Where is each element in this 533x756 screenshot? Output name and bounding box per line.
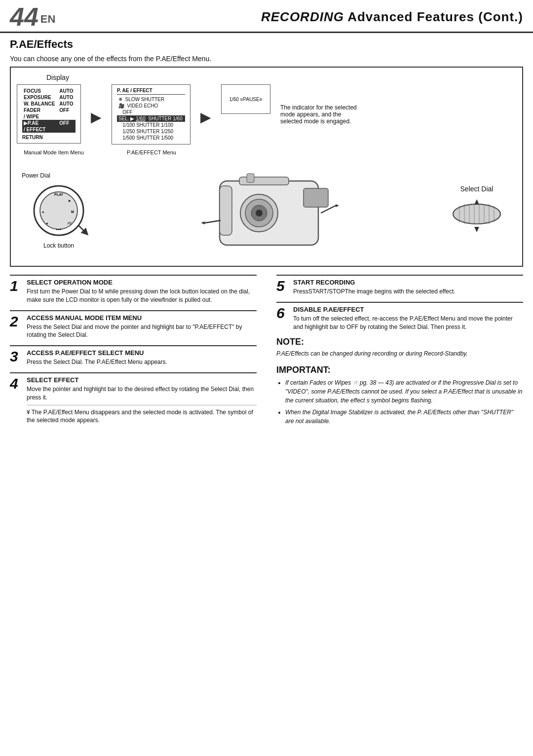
select-dial-icon — [450, 197, 504, 236]
important-list: If certain Fades or Wipes ☞ pg. 38 — 43)… — [276, 378, 523, 426]
return-label: RETURN — [22, 135, 76, 140]
note-title: NOTE: — [276, 337, 523, 347]
steps-section: 1 SELECT OPERATION MODE First turn the P… — [0, 275, 533, 431]
table-row-highlight: ▶P.AEOFF — [22, 120, 76, 126]
note-body: P.AE/Effects can be changed during recor… — [276, 349, 523, 358]
table-row: EXPOSUREAUTO — [22, 94, 76, 101]
step-content-1: SELECT OPERATION MODE First turn the Pow… — [27, 279, 257, 304]
pae-menu-screen: P. AE / EFFECT ❄ SLOW SHUTTER 🎥 VIDEO EC… — [112, 84, 190, 144]
step-content-6: DISABLE P.AE/EFFECT To turn off the sele… — [293, 306, 523, 331]
arrow-right-icon-2: ▶ — [200, 104, 211, 125]
viewfinder-text: 1/60 ≡PAUSE≡ — [229, 97, 262, 102]
step-number-2: 2 — [10, 314, 24, 329]
step-content-4: SELECT EFFECT Move the pointer and highl… — [27, 376, 257, 425]
note-section: NOTE: P.AE/Effects can be changed during… — [276, 337, 523, 358]
step-content-2: ACCESS MANUAL MODE ITEM MENU Press the S… — [27, 314, 257, 340]
step-1: 1 SELECT OPERATION MODE First turn the P… — [10, 275, 257, 304]
select-dial-area: Select Dial — [437, 185, 516, 236]
step-content-5: START RECORDING PressSTART/STOPThe image… — [293, 279, 523, 296]
step-content-3: ACCESS P.AE/EFFECT SELECT MENU Press the… — [27, 349, 257, 366]
page-header: 44 EN RECORDING Advanced Features (Cont.… — [0, 0, 533, 33]
screens-row: FOCUSAUTO EXPOSUREAUTO W. BALANCEAUTO FA… — [17, 84, 516, 144]
diagram-box: Display FOCUSAUTO EXPOSUREAUTO W. BALANC… — [10, 67, 523, 267]
step-number-3: 3 — [10, 349, 24, 364]
menu-item: 1/250 SHUTTER 1/250 — [117, 128, 185, 135]
step-title-4: SELECT EFFECT — [27, 376, 257, 384]
power-dial-icon: PLAY ▶ M #S ●●● ● ● — [29, 181, 88, 240]
step-title-5: START RECORDING — [293, 279, 523, 286]
svg-rect-16 — [247, 174, 254, 182]
steps-left-col: 1 SELECT OPERATION MODE First turn the P… — [10, 275, 266, 431]
table-row: W. BALANCEAUTO — [22, 101, 76, 107]
menu-item: OFF — [117, 109, 185, 115]
step-3: 3 ACCESS P.AE/EFFECT SELECT MENU Press t… — [10, 345, 257, 366]
svg-text:●: ● — [42, 210, 44, 214]
pae-menu-label: P.AE/EFFECT Menu — [119, 149, 184, 155]
svg-text:M: M — [71, 210, 74, 214]
display-label: Display — [46, 73, 516, 81]
header-title: RECORDING Advanced Features (Cont.) — [65, 9, 523, 25]
step-number-1: 1 — [10, 279, 24, 293]
svg-marker-30 — [474, 199, 479, 205]
select-dial-label: Select Dial — [460, 185, 494, 193]
header-advanced: Advanced Features (Cont.) — [347, 9, 523, 24]
power-dial-area: Power Dial PLAY ▶ M #S ●●● ● ● — [17, 172, 101, 249]
svg-text:●●●: ●●● — [56, 228, 62, 231]
mode-description: The indicator for the selected mode appe… — [280, 104, 359, 125]
important-title: IMPORTANT: — [276, 365, 523, 375]
menu-item: 1/100 SHUTTER 1/100 — [117, 122, 185, 128]
camera-body — [101, 161, 437, 260]
step-body-1: First turn the Power Dial to M while pre… — [27, 288, 257, 304]
svg-point-13 — [256, 210, 263, 216]
viewfinder-screen: 1/60 ≡PAUSE≡ — [221, 84, 270, 114]
menu-item: 1/500 SHUTTER 1/500 — [117, 135, 185, 141]
steps-right-col: 5 START RECORDING PressSTART/STOPThe ima… — [266, 275, 523, 431]
step-title-2: ACCESS MANUAL MODE ITEM MENU — [27, 314, 257, 322]
step-4: 4 SELECT EFFECT Move the pointer and hig… — [10, 372, 257, 425]
svg-text:#S: #S — [68, 221, 72, 225]
step-title-1: SELECT OPERATION MODE — [27, 279, 257, 286]
step-number-6: 6 — [276, 306, 290, 321]
step-body-6: To turn off the selected effect, re-acce… — [293, 315, 523, 331]
camera-icon — [190, 161, 348, 260]
page-number-suffix: EN — [40, 13, 56, 26]
svg-text:●: ● — [46, 221, 48, 225]
manual-menu-screen: FOCUSAUTO EXPOSUREAUTO W. BALANCEAUTO FA… — [17, 84, 81, 144]
table-row-highlight: / EFFECT — [22, 126, 76, 133]
list-item: When the Digital Image Stabilizer is act… — [285, 408, 523, 426]
pae-menu-title: P. AE / EFFECT — [117, 88, 185, 95]
svg-marker-18 — [336, 204, 339, 207]
lock-button-label: Lock button — [43, 242, 74, 249]
step-body-5: PressSTART/STOPThe image begins with the… — [293, 288, 523, 296]
camera-section: Power Dial PLAY ▶ M #S ●●● ● ● — [17, 161, 516, 260]
step-body-4: Move the pointer and highlight bar to th… — [27, 385, 257, 402]
step-title-3: ACCESS P.AE/EFFECT SELECT MENU — [27, 349, 257, 357]
svg-marker-19 — [201, 221, 205, 224]
list-item: If certain Fades or Wipes ☞ pg. 38 — 43)… — [285, 378, 523, 405]
power-dial-label: Power Dial — [22, 172, 50, 179]
section-title: P.AE/Effects — [0, 33, 533, 53]
menu-item: ❄ SLOW SHUTTER — [117, 96, 185, 103]
step-title-6: DISABLE P.AE/EFFECT — [293, 306, 523, 313]
step-6: 6 DISABLE P.AE/EFFECT To turn off the se… — [276, 302, 523, 331]
arrow-right-icon: ▶ — [91, 104, 102, 125]
step-5: 5 START RECORDING PressSTART/STOPThe ima… — [276, 275, 523, 296]
header-recording: RECORDING — [261, 9, 344, 24]
table-row: FADEROFF — [22, 107, 76, 113]
menu-item-selected: SEL. ▶ 1/60 SHUTTER 1/60 — [117, 115, 185, 122]
intro-text: You can choose any one of the effects fr… — [0, 53, 533, 67]
table-row: / WIPE — [22, 113, 76, 120]
svg-text:▶: ▶ — [69, 199, 71, 202]
step-body-3: Press the Select Dial. The P.AE/Effect M… — [27, 358, 257, 366]
step-note-4: ¥ The P.AE/Effect Menu disappears and th… — [27, 405, 257, 425]
table-row: FOCUSAUTO — [22, 88, 76, 94]
svg-rect-17 — [220, 186, 232, 235]
step-number-4: 4 — [10, 376, 24, 391]
step-2: 2 ACCESS MANUAL MODE ITEM MENU Press the… — [10, 310, 257, 340]
svg-text:PLAY: PLAY — [54, 193, 63, 196]
screen-labels-row: Manual Mode Item Menu P.AE/EFFECT Menu — [22, 149, 516, 155]
svg-marker-31 — [474, 227, 479, 232]
step-body-2: Press the Select Dial and move the point… — [27, 323, 257, 340]
important-section: IMPORTANT: If certain Fades or Wipes ☞ p… — [276, 365, 523, 426]
manual-menu-label: Manual Mode Item Menu — [22, 149, 86, 155]
